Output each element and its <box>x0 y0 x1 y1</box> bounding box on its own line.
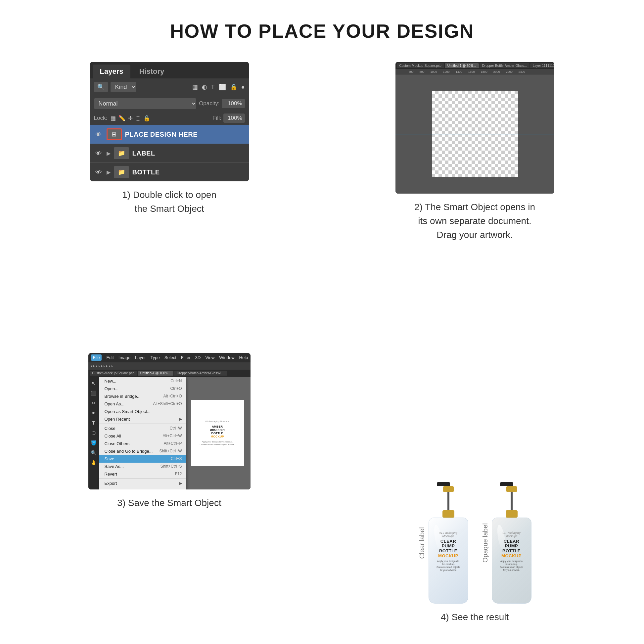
menu-image[interactable]: Image <box>118 355 130 360</box>
search-box[interactable]: 🔍 <box>94 82 108 92</box>
tab-layer[interactable]: Layer 1111111.psb @ 25% <box>530 63 554 68</box>
menu-generate[interactable]: Generate ▶ <box>99 487 186 489</box>
inner-title2: DROPPER <box>210 428 225 432</box>
menu-edit[interactable]: Edit <box>106 355 114 360</box>
bottle-2-side-label: Opaque label <box>482 523 489 563</box>
menu-open-as[interactable]: Open As... Alt+Shift+Ctrl+O <box>99 400 186 408</box>
ps-doc-tabbar: Custom-Mockup-Square.psb Untitled-1 @ 50… <box>395 62 554 69</box>
tool-1[interactable]: ↖ <box>89 379 98 388</box>
eye-icon-2[interactable]: 👁 <box>94 149 103 158</box>
menu-openrecent-arrow: ▶ <box>179 417 182 421</box>
menu-select[interactable]: Select <box>164 355 176 360</box>
inner-title1: AMBER <box>212 425 223 428</box>
tool-2[interactable]: ⬛ <box>89 389 98 397</box>
fill-label: Fill: <box>212 115 221 121</box>
toolbar-content: ▸ ▸ ▸ ▸ ▸ ▸ ▸ ▸ ▸ <box>91 364 113 368</box>
menu-export[interactable]: Export ▶ <box>99 480 186 487</box>
adjustment-filter-icon[interactable]: ◐ <box>202 83 207 91</box>
lock-move-icon[interactable]: ✛ <box>128 115 133 122</box>
pump-cap-top-1 <box>443 486 454 492</box>
menu-window[interactable]: Window <box>219 355 234 360</box>
menu-help[interactable]: Help <box>239 355 248 360</box>
menu-file[interactable]: File <box>91 354 102 361</box>
tool-4[interactable]: ✒ <box>89 409 98 417</box>
tab-dropper[interactable]: Dropper-Bottle-Amber-Glass... <box>480 63 529 68</box>
tab-history[interactable]: History <box>132 65 171 78</box>
menu-save-as[interactable]: Save As... Shift+Ctrl+S <box>99 463 186 470</box>
menu-open[interactable]: Open... Ctrl+O <box>99 385 186 392</box>
page-container: HOW TO PLACE YOUR DESIGN Layers History … <box>0 0 644 644</box>
tool-9[interactable]: 🤚 <box>89 458 98 467</box>
arrow-icon-label[interactable]: ▶ <box>107 150 111 157</box>
bottle-body-2: 01 Packaging Mockups CLEAR PUMP BOTTLE M… <box>492 518 531 604</box>
tool-8[interactable]: 🔍 <box>89 448 98 457</box>
ruler-3: 1200 <box>443 70 450 73</box>
lock-icons: ▦ ✏️ ✛ ⬚ 🔒 <box>111 115 150 122</box>
bottle-1-group: Clear label 01 Packaging Mockup <box>418 482 468 604</box>
clear-filter-icon[interactable]: ● <box>241 84 245 91</box>
pixel-filter-icon[interactable]: ▦ <box>192 83 198 91</box>
file-tab-custom[interactable]: Custom-Mockup-Square.psb <box>90 371 137 376</box>
layer-name-bottle: BOTTLE <box>132 168 160 176</box>
lock-row: Lock: ▦ ✏️ ✛ ⬚ 🔒 Fill: 100% <box>90 112 249 125</box>
inner-canvas: 01 Packaging Mockups AMBER DROPPER BOTTL… <box>191 400 244 466</box>
lock-pixel-icon[interactable]: ▦ <box>111 115 116 122</box>
menu-close-all[interactable]: Close All Alt+Ctrl+W <box>99 432 186 440</box>
eye-icon-1[interactable]: 👁 <box>94 130 103 139</box>
menu-open-recent[interactable]: Open Recent ▶ <box>99 415 186 423</box>
menu-save-label: Save <box>105 456 115 461</box>
menu-close-go-bridge[interactable]: Close and Go to Bridge... Shift+Ctrl+W <box>99 447 186 455</box>
opacity-value[interactable]: 100% <box>222 99 245 108</box>
menu-revert-shortcut: F12 <box>175 472 182 476</box>
page-title: HOW TO PLACE YOUR DESIGN <box>26 20 618 42</box>
fill-value[interactable]: 100% <box>223 114 245 123</box>
menu-close[interactable]: Close Ctrl+W <box>99 425 186 432</box>
menu-open-smart[interactable]: Open as Smart Object... <box>99 408 186 415</box>
type-filter-icon[interactable]: T <box>211 84 215 91</box>
menu-3d[interactable]: 3D <box>195 355 201 360</box>
tab-untitled[interactable]: Untitled-1 @ 50%... <box>445 63 479 68</box>
filter-icons: ▦ ◐ T ⬜ 🔒 ● <box>192 83 245 91</box>
menu-new[interactable]: New... Ctrl+N <box>99 377 186 385</box>
file-tab-dropper[interactable]: Dropper-Bottle-Amber-Glass-1... <box>174 371 227 376</box>
tab-custom-mockup[interactable]: Custom-Mockup-Square.psb <box>397 63 444 68</box>
lock-draw-icon[interactable]: ✏️ <box>118 115 125 122</box>
pump-tube-1 <box>447 492 449 510</box>
tool-3[interactable]: ✂ <box>89 399 98 407</box>
menu-closeall-label: Close All <box>105 434 121 438</box>
kind-dropdown[interactable]: Kind <box>111 82 136 92</box>
menu-new-label: New... <box>105 379 116 384</box>
lock-label: Lock: <box>94 115 108 121</box>
menu-opensmart-label: Open as Smart Object... <box>105 409 151 414</box>
search-icon: 🔍 <box>97 83 105 91</box>
menu-view[interactable]: View <box>205 355 214 360</box>
layer-label[interactable]: 👁 ▶ 📁 LABEL <box>90 144 249 162</box>
menu-filter[interactable]: Filter <box>181 355 191 360</box>
menu-close-others[interactable]: Close Others Alt+Ctrl+P <box>99 440 186 447</box>
tool-5[interactable]: T <box>89 419 98 427</box>
smart-filter-icon[interactable]: 🔒 <box>230 83 237 91</box>
tab-layers[interactable]: Layers <box>93 65 131 78</box>
menu-revert[interactable]: Revert F12 <box>99 470 186 478</box>
lock-artboard-icon[interactable]: ⬚ <box>135 115 141 122</box>
layer-bottle[interactable]: 👁 ▶ 📁 BOTTLE <box>90 163 249 181</box>
search-row: 🔍 Kind ▦ ◐ T ⬜ 🔒 ● <box>90 78 249 96</box>
tool-7[interactable]: 🪣 <box>89 438 98 447</box>
menu-type[interactable]: Type <box>151 355 160 360</box>
ruler-marks: 600 800 1000 1200 1400 1600 1800 2000 22… <box>409 70 525 73</box>
menu-closeothers-label: Close Others <box>105 441 130 446</box>
menu-browse[interactable]: Browse in Bridge... Alt+Ctrl+O <box>99 392 186 400</box>
lock-all-icon[interactable]: 🔒 <box>143 115 150 122</box>
pump-tube-2 <box>511 492 513 510</box>
arrow-icon-bottle[interactable]: ▶ <box>107 169 111 175</box>
tool-6[interactable]: ⬡ <box>89 429 98 437</box>
eye-icon-3[interactable]: 👁 <box>94 167 103 177</box>
file-tab-untitled[interactable]: Untitled-1 @ 100%... <box>138 371 173 376</box>
blend-mode-dropdown[interactable]: Normal <box>94 98 197 109</box>
menu-save[interactable]: Save Ctrl+S <box>99 455 186 463</box>
opacity-label: Opacity: <box>199 100 219 107</box>
layer-place-design[interactable]: 👁 ⊞ PLACE DESIGN HERE <box>90 125 249 144</box>
ruler-9: 2400 <box>519 70 525 73</box>
menu-layer[interactable]: Layer <box>135 355 146 360</box>
shape-filter-icon[interactable]: ⬜ <box>219 83 226 91</box>
